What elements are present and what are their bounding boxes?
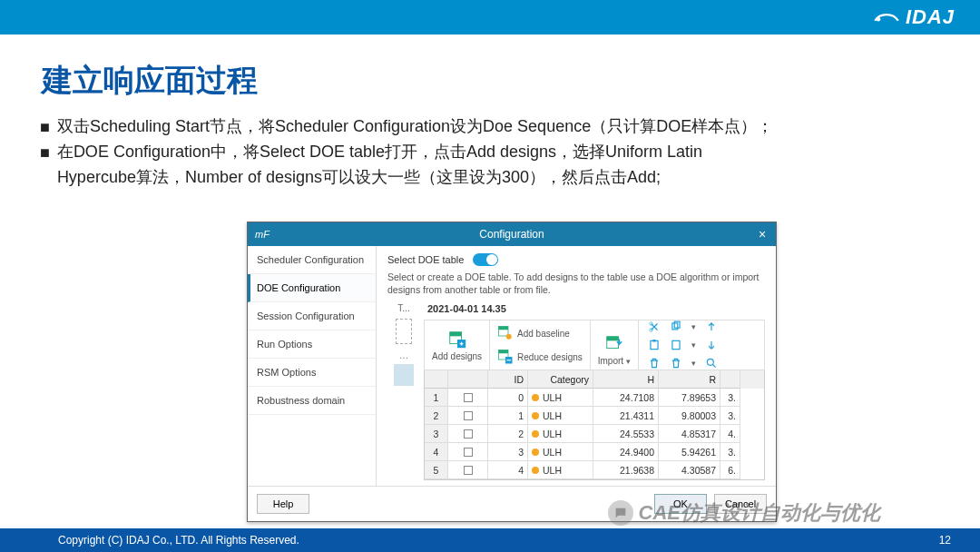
row-checkbox[interactable] <box>448 461 488 479</box>
category-dot-icon <box>532 394 539 401</box>
svg-point-19 <box>707 360 713 366</box>
doe-description: Select or create a DOE table. To add des… <box>387 271 765 296</box>
col-category[interactable]: Category <box>528 370 593 389</box>
import-button[interactable]: Import▾ <box>598 356 631 366</box>
bullet-row: ■ 在DOE Configuration中，将Select DOE table打… <box>40 140 940 191</box>
svg-rect-17 <box>652 340 656 341</box>
svg-rect-14 <box>672 323 678 330</box>
sidebar-item-doe[interactable]: DOE Configuration <box>248 274 376 302</box>
select-doe-toggle[interactable] <box>473 253 498 266</box>
dialog-title: Configuration <box>479 228 544 241</box>
close-icon[interactable]: × <box>749 222 776 246</box>
add-baseline-button[interactable]: Add baseline <box>497 324 570 342</box>
copy-icon[interactable] <box>670 320 682 333</box>
watermark: CAE仿真设计自动化与优化 <box>608 499 880 527</box>
col-h[interactable]: H <box>593 370 659 389</box>
table-strip: T... … <box>387 303 420 480</box>
col-id[interactable]: ID <box>488 370 528 389</box>
row-checkbox[interactable] <box>448 443 488 461</box>
paste-special-icon[interactable] <box>670 339 682 351</box>
sidebar-item-session[interactable]: Session Configuration <box>248 302 376 330</box>
dialog-sidebar: Scheduler Configuration DOE Configuratio… <box>248 246 377 486</box>
arrow-up-icon[interactable] <box>705 320 718 333</box>
category-dot-icon <box>532 430 539 438</box>
slide-footer: Copyright (C) IDAJ Co., LTD. All Rights … <box>0 528 980 552</box>
table-row[interactable]: 10ULH24.71087.896533. <box>425 389 764 407</box>
row-checkbox[interactable] <box>448 389 488 407</box>
grid-header: ID Category H R <box>425 370 764 389</box>
svg-rect-16 <box>651 341 658 350</box>
delete-icon[interactable] <box>648 357 661 370</box>
reduce-designs-icon <box>497 349 514 365</box>
category-dot-icon <box>532 412 539 419</box>
svg-rect-11 <box>607 337 619 341</box>
reduce-designs-button[interactable]: Reduce designs <box>497 348 583 366</box>
add-designs-icon <box>447 330 467 350</box>
category-dot-icon <box>532 448 539 456</box>
select-doe-toggle-row: Select DOE table <box>387 253 765 266</box>
table-timestamp: 2021-04-01 14.35 <box>427 303 765 314</box>
slide-title: 建立响应面过程 <box>42 60 940 102</box>
strip-ellipsis: … <box>387 350 420 360</box>
strip-placeholder-icon[interactable] <box>396 319 412 344</box>
app-prefix: mF <box>255 229 270 240</box>
copyright-text: Copyright (C) IDAJ Co., LTD. All Rights … <box>58 534 299 547</box>
bullet-marker-icon: ■ <box>40 114 50 140</box>
dialog-main: Select DOE table Select or create a DOE … <box>377 246 776 486</box>
svg-point-0 <box>877 17 881 22</box>
row-checkbox[interactable] <box>448 425 488 443</box>
cut-icon[interactable] <box>648 320 661 333</box>
import-icon <box>604 334 624 354</box>
sidebar-item-rsm[interactable]: RSM Options <box>248 359 376 387</box>
delete-all-icon[interactable] <box>670 357 682 370</box>
slide-topbar: IDAJ <box>0 0 980 34</box>
svg-rect-15 <box>674 321 680 328</box>
svg-rect-2 <box>449 332 461 337</box>
dialog-titlebar[interactable]: mF Configuration × <box>248 222 776 246</box>
svg-point-6 <box>506 334 512 340</box>
bullet-text: 在DOE Configuration中，将Select DOE table打开，… <box>57 140 702 191</box>
sidebar-item-robust[interactable]: Robustness domain <box>248 387 376 415</box>
svg-rect-8 <box>499 350 509 354</box>
row-checkbox[interactable] <box>448 407 488 425</box>
wechat-icon <box>608 500 633 526</box>
svg-rect-18 <box>672 341 680 350</box>
page-number: 12 <box>939 534 951 547</box>
category-dot-icon <box>532 467 539 474</box>
help-button[interactable]: Help <box>257 494 309 514</box>
bullet-row: ■ 双击Scheduling Start节点，将Scheduler Config… <box>40 114 940 140</box>
doe-toolbar: Add designs Add baseline Reduce designs <box>424 320 765 370</box>
table-row[interactable]: 32ULH24.55334.853174. <box>425 425 764 443</box>
baseline-reduce-group: Add baseline Reduce designs <box>490 320 591 370</box>
sidebar-item-scheduler[interactable]: Scheduler Configuration <box>248 246 376 274</box>
doe-grid[interactable]: ID Category H R 10ULH24.71087.896533.21U… <box>424 370 765 480</box>
strip-label: T... <box>387 303 420 313</box>
bullet-text: 双击Scheduling Start节点，将Scheduler Configur… <box>57 114 773 140</box>
table-row[interactable]: 21ULH21.43119.800033. <box>425 407 764 425</box>
import-group: Import▾ <box>591 320 639 370</box>
brand-text: IDAJ <box>906 5 955 29</box>
configuration-dialog: mF Configuration × Scheduler Configurati… <box>247 222 777 522</box>
table-row[interactable]: 54ULH21.96384.305876. <box>425 461 764 479</box>
arrow-down-icon[interactable] <box>705 339 718 351</box>
bullet-list: ■ 双击Scheduling Start节点，将Scheduler Config… <box>40 114 940 191</box>
logo-mark-icon <box>873 6 900 28</box>
bullet-marker-icon: ■ <box>40 140 50 191</box>
svg-rect-5 <box>499 327 509 330</box>
paste-icon[interactable] <box>648 339 661 351</box>
sidebar-item-run[interactable]: Run Options <box>248 330 376 359</box>
table-row[interactable]: 43ULH24.94005.942613. <box>425 443 764 461</box>
add-baseline-icon <box>497 325 514 341</box>
toggle-label: Select DOE table <box>387 254 464 265</box>
find-icon[interactable] <box>705 357 718 370</box>
strip-selected-icon[interactable] <box>394 364 414 386</box>
brand-logo: IDAJ <box>873 5 955 29</box>
add-designs-button[interactable]: Add designs <box>425 320 490 370</box>
edit-tools-group: ▾ ▾ ▾ <box>639 320 727 370</box>
slide-body: 建立响应面过程 ■ 双击Scheduling Start节点，将Schedule… <box>0 34 980 552</box>
col-r[interactable]: R <box>659 370 720 389</box>
